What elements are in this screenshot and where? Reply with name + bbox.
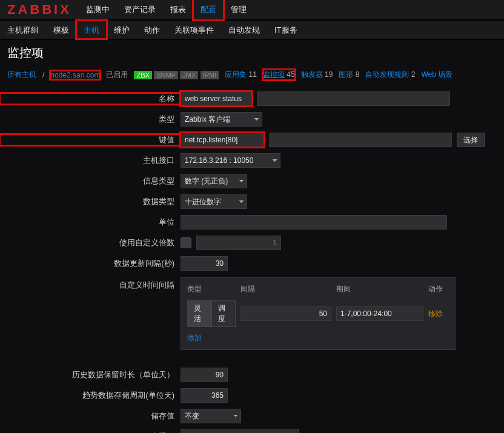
- label-unit: 单位: [0, 217, 181, 228]
- nav-configuration[interactable]: 配置: [193, 0, 224, 20]
- multiplier-checkbox[interactable]: [181, 237, 191, 248]
- name-input[interactable]: [181, 91, 252, 106]
- update-interval-input[interactable]: [181, 256, 228, 271]
- store-value-select[interactable]: 不变: [181, 409, 241, 423]
- key-input[interactable]: [181, 133, 264, 147]
- label-multiplier: 使用自定义倍数: [0, 237, 181, 248]
- main-nav: ZABBIX 监测中 资产记录 报表 配置 管理: [0, 0, 504, 21]
- interval-remove-link[interactable]: 移除: [428, 309, 443, 318]
- info-type-select[interactable]: 数字 (无正负): [181, 174, 247, 188]
- nav-monitoring[interactable]: 监测中: [79, 0, 117, 20]
- status-enabled: 已启用: [106, 70, 128, 80]
- type-select[interactable]: Zabbix 客户端: [181, 112, 262, 127]
- key-select-button[interactable]: 选择: [457, 133, 485, 147]
- label-key: 键值: [0, 134, 181, 145]
- host-bar: 所有主机 / node2.san.com 已启用 ZBX SNMP JMX IP…: [0, 66, 504, 84]
- zabbix-logo: ZABBIX: [0, 2, 79, 18]
- host-link[interactable]: node2.san.com: [50, 71, 100, 79]
- link-web-scenarios[interactable]: Web 场景: [421, 70, 453, 79]
- link-items[interactable]: 监控项: [263, 70, 285, 79]
- nav-reports[interactable]: 报表: [163, 0, 193, 20]
- nav-inventory[interactable]: 资产记录: [117, 0, 163, 20]
- multiplier-input: [196, 236, 281, 250]
- subnav-hostgroups[interactable]: 主机群组: [0, 21, 46, 39]
- link-applications[interactable]: 应用集: [225, 70, 247, 79]
- interval-type-toggle[interactable]: 灵活调度: [187, 300, 236, 327]
- show-value-select[interactable]: 不变: [181, 429, 299, 433]
- label-history: 历史数据保留时长（单位天）: [0, 369, 181, 380]
- subnav-actions[interactable]: 动作: [137, 21, 167, 39]
- data-type-select[interactable]: 十进位数字: [181, 194, 247, 209]
- nav-administration[interactable]: 管理: [224, 0, 254, 20]
- badge-zbx: ZBX: [134, 71, 151, 79]
- history-input[interactable]: [181, 368, 228, 382]
- subnav-maintenance[interactable]: 维护: [107, 21, 137, 39]
- subnav-templates[interactable]: 模板: [46, 21, 76, 39]
- page-title: 监控项: [0, 40, 504, 66]
- badge-snmp: SNMP: [154, 71, 178, 79]
- unit-input[interactable]: [181, 215, 447, 230]
- badge-ipmi: IPMI: [201, 71, 219, 79]
- interval-period-input[interactable]: [336, 306, 423, 321]
- trend-input[interactable]: [181, 388, 228, 403]
- link-discovery-rules[interactable]: 自动发现规则: [365, 70, 409, 79]
- label-trend: 趋势数据存储周期(单位天): [0, 390, 181, 401]
- subnav-discovery[interactable]: 自动发现: [221, 21, 267, 39]
- subnav-hosts[interactable]: 主机: [76, 21, 107, 39]
- label-data-type: 数据类型: [0, 196, 181, 207]
- label-custom-intervals: 自定义时间间隔: [0, 277, 181, 291]
- interface-select[interactable]: 172.16.3.216 : 10050: [181, 153, 280, 168]
- subnav-itservices[interactable]: IT服务: [267, 21, 305, 39]
- link-triggers[interactable]: 触发器: [301, 70, 323, 79]
- interval-value-input[interactable]: [240, 306, 331, 321]
- label-interface: 主机接口: [0, 155, 181, 166]
- custom-intervals: 类型 间隔 期间 动作 灵活调度 移除 添加: [181, 277, 456, 350]
- sub-nav: 主机群组 模板 主机 维护 动作 关联项事件 自动发现 IT服务: [0, 21, 504, 40]
- label-name: 名称: [0, 93, 181, 104]
- subnav-correlation[interactable]: 关联项事件: [167, 21, 221, 39]
- all-hosts-link[interactable]: 所有主机: [7, 70, 36, 80]
- label-type: 类型: [0, 114, 181, 125]
- link-graphs[interactable]: 图形: [339, 70, 353, 79]
- label-store-value: 储存值: [0, 411, 181, 421]
- interval-add-link[interactable]: 添加: [187, 333, 449, 343]
- label-info-type: 信息类型: [0, 176, 181, 187]
- badge-jmx: JMX: [180, 71, 198, 79]
- label-update-interval: 数据更新间隔(秒): [0, 258, 181, 269]
